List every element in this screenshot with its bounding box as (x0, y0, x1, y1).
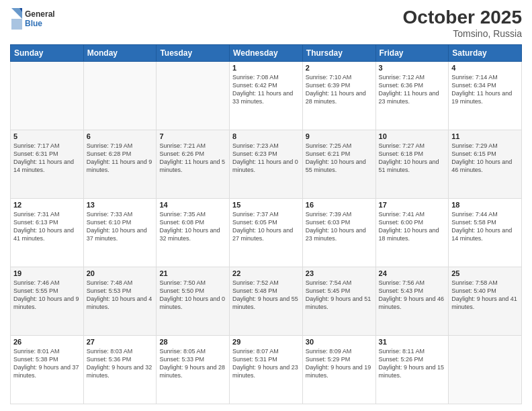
table-row: 12Sunrise: 7:31 AM Sunset: 6:13 PM Dayli… (11, 199, 84, 267)
table-row (11, 62, 84, 130)
calendar-week-row: 12Sunrise: 7:31 AM Sunset: 6:13 PM Dayli… (11, 199, 522, 267)
day-number: 31 (379, 338, 446, 346)
table-row: 16Sunrise: 7:39 AM Sunset: 6:03 PM Dayli… (302, 199, 375, 267)
day-number: 14 (159, 201, 226, 209)
day-info: Sunrise: 7:52 AM Sunset: 5:48 PM Dayligh… (232, 279, 300, 312)
day-info: Sunrise: 8:07 AM Sunset: 5:31 PM Dayligh… (232, 347, 300, 380)
day-number: 19 (13, 269, 81, 277)
svg-text:General: General (25, 9, 55, 19)
day-info: Sunrise: 7:17 AM Sunset: 6:31 PM Dayligh… (13, 142, 81, 175)
header-monday: Monday (83, 45, 157, 62)
day-info: Sunrise: 7:12 AM Sunset: 6:36 PM Dayligh… (379, 73, 446, 106)
day-info: Sunrise: 7:19 AM Sunset: 6:28 PM Dayligh… (87, 142, 154, 175)
header-friday: Friday (375, 45, 449, 62)
header-sunday: Sunday (11, 45, 84, 62)
calendar-week-row: 5Sunrise: 7:17 AM Sunset: 6:31 PM Daylig… (11, 130, 522, 199)
day-number: 24 (379, 269, 446, 277)
day-info: Sunrise: 7:44 AM Sunset: 5:58 PM Dayligh… (451, 210, 519, 243)
day-number: 6 (87, 132, 154, 140)
table-row (157, 62, 230, 130)
day-number: 4 (451, 64, 519, 72)
table-row: 19Sunrise: 7:46 AM Sunset: 5:55 PM Dayli… (11, 267, 84, 336)
page: General Blue October 2025 Tomsino, Russi… (0, 0, 532, 411)
day-info: Sunrise: 7:37 AM Sunset: 6:05 PM Dayligh… (232, 210, 300, 243)
table-row (449, 336, 522, 404)
table-row: 29Sunrise: 8:07 AM Sunset: 5:31 PM Dayli… (230, 336, 303, 404)
table-row: 7Sunrise: 7:21 AM Sunset: 6:26 PM Daylig… (157, 130, 230, 199)
table-row: 23Sunrise: 7:54 AM Sunset: 5:45 PM Dayli… (302, 267, 375, 336)
day-info: Sunrise: 7:21 AM Sunset: 6:26 PM Dayligh… (159, 142, 226, 175)
day-info: Sunrise: 7:58 AM Sunset: 5:40 PM Dayligh… (451, 279, 519, 312)
day-info: Sunrise: 7:23 AM Sunset: 6:23 PM Dayligh… (232, 142, 300, 175)
table-row: 2Sunrise: 7:10 AM Sunset: 6:39 PM Daylig… (302, 62, 375, 130)
day-info: Sunrise: 8:09 AM Sunset: 5:29 PM Dayligh… (306, 347, 373, 380)
table-row: 1Sunrise: 7:08 AM Sunset: 6:42 PM Daylig… (230, 62, 303, 130)
day-number: 10 (379, 132, 446, 140)
table-row: 28Sunrise: 8:05 AM Sunset: 5:33 PM Dayli… (157, 336, 230, 404)
day-number: 12 (13, 201, 81, 209)
day-number: 15 (232, 201, 300, 209)
day-number: 5 (13, 132, 81, 140)
day-info: Sunrise: 7:08 AM Sunset: 6:42 PM Dayligh… (232, 73, 300, 106)
day-number: 16 (306, 201, 373, 209)
table-row: 26Sunrise: 8:01 AM Sunset: 5:38 PM Dayli… (11, 336, 84, 404)
day-number: 20 (87, 269, 154, 277)
day-number: 13 (87, 201, 154, 209)
day-info: Sunrise: 7:46 AM Sunset: 5:55 PM Dayligh… (13, 279, 81, 312)
day-number: 28 (159, 338, 226, 346)
table-row: 9Sunrise: 7:25 AM Sunset: 6:21 PM Daylig… (302, 130, 375, 199)
weekday-header-row: Sunday Monday Tuesday Wednesday Thursday… (11, 45, 522, 62)
table-row: 17Sunrise: 7:41 AM Sunset: 6:00 PM Dayli… (375, 199, 449, 267)
table-row: 11Sunrise: 7:29 AM Sunset: 6:15 PM Dayli… (449, 130, 522, 199)
title-block: October 2025 Tomsino, Russia (403, 7, 522, 39)
day-number: 27 (87, 338, 154, 346)
title-location: Tomsino, Russia (403, 28, 522, 39)
table-row: 24Sunrise: 7:56 AM Sunset: 5:43 PM Dayli… (375, 267, 449, 336)
day-number: 8 (232, 132, 300, 140)
header: General Blue October 2025 Tomsino, Russi… (10, 7, 522, 39)
day-number: 30 (306, 338, 373, 346)
day-number: 18 (451, 201, 519, 209)
day-info: Sunrise: 7:39 AM Sunset: 6:03 PM Dayligh… (306, 210, 373, 243)
day-info: Sunrise: 7:25 AM Sunset: 6:21 PM Dayligh… (306, 142, 373, 175)
day-number: 22 (232, 269, 300, 277)
day-number: 3 (379, 64, 446, 72)
table-row (83, 62, 157, 130)
table-row: 14Sunrise: 7:35 AM Sunset: 6:08 PM Dayli… (157, 199, 230, 267)
day-info: Sunrise: 7:50 AM Sunset: 5:50 PM Dayligh… (159, 279, 226, 312)
day-number: 23 (306, 269, 373, 277)
day-number: 17 (379, 201, 446, 209)
day-info: Sunrise: 7:41 AM Sunset: 6:00 PM Dayligh… (379, 210, 446, 243)
table-row: 10Sunrise: 7:27 AM Sunset: 6:18 PM Dayli… (375, 130, 449, 199)
header-wednesday: Wednesday (230, 45, 303, 62)
header-thursday: Thursday (302, 45, 375, 62)
calendar-week-row: 26Sunrise: 8:01 AM Sunset: 5:38 PM Dayli… (11, 336, 522, 404)
day-info: Sunrise: 8:05 AM Sunset: 5:33 PM Dayligh… (159, 347, 226, 380)
table-row: 30Sunrise: 8:09 AM Sunset: 5:29 PM Dayli… (302, 336, 375, 404)
day-number: 21 (159, 269, 226, 277)
day-number: 1 (232, 64, 300, 72)
table-row: 8Sunrise: 7:23 AM Sunset: 6:23 PM Daylig… (230, 130, 303, 199)
logo-svg: General Blue (10, 7, 64, 31)
table-row: 6Sunrise: 7:19 AM Sunset: 6:28 PM Daylig… (83, 130, 157, 199)
day-info: Sunrise: 7:35 AM Sunset: 6:08 PM Dayligh… (159, 210, 226, 243)
table-row: 21Sunrise: 7:50 AM Sunset: 5:50 PM Dayli… (157, 267, 230, 336)
day-number: 11 (451, 132, 519, 140)
table-row: 15Sunrise: 7:37 AM Sunset: 6:05 PM Dayli… (230, 199, 303, 267)
table-row: 4Sunrise: 7:14 AM Sunset: 6:34 PM Daylig… (449, 62, 522, 130)
day-number: 29 (232, 338, 300, 346)
day-info: Sunrise: 7:29 AM Sunset: 6:15 PM Dayligh… (451, 142, 519, 175)
table-row: 13Sunrise: 7:33 AM Sunset: 6:10 PM Dayli… (83, 199, 157, 267)
logo: General Blue (10, 7, 64, 31)
day-info: Sunrise: 7:31 AM Sunset: 6:13 PM Dayligh… (13, 210, 81, 243)
day-info: Sunrise: 8:11 AM Sunset: 5:26 PM Dayligh… (379, 347, 446, 380)
day-info: Sunrise: 8:01 AM Sunset: 5:38 PM Dayligh… (13, 347, 81, 380)
day-info: Sunrise: 7:27 AM Sunset: 6:18 PM Dayligh… (379, 142, 446, 175)
table-row: 18Sunrise: 7:44 AM Sunset: 5:58 PM Dayli… (449, 199, 522, 267)
table-row: 3Sunrise: 7:12 AM Sunset: 6:36 PM Daylig… (375, 62, 449, 130)
table-row: 31Sunrise: 8:11 AM Sunset: 5:26 PM Dayli… (375, 336, 449, 404)
calendar-week-row: 19Sunrise: 7:46 AM Sunset: 5:55 PM Dayli… (11, 267, 522, 336)
day-info: Sunrise: 7:54 AM Sunset: 5:45 PM Dayligh… (306, 279, 373, 312)
day-number: 25 (451, 269, 519, 277)
day-info: Sunrise: 8:03 AM Sunset: 5:36 PM Dayligh… (87, 347, 154, 380)
